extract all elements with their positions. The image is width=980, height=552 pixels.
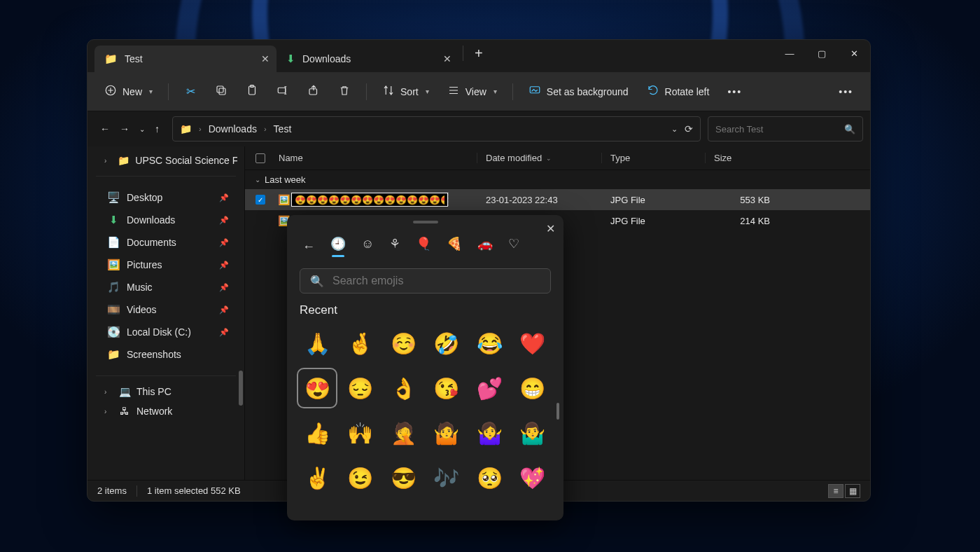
new-button[interactable]: New ▾: [97, 80, 160, 104]
group-header[interactable]: ⌄ Last week: [245, 170, 870, 189]
emoji-cell[interactable]: 🤞: [343, 326, 378, 361]
paste-button[interactable]: [239, 80, 265, 104]
category-travel[interactable]: 🚗: [477, 236, 493, 257]
view-button[interactable]: View ▾: [440, 80, 504, 104]
column-header-type[interactable]: Type: [602, 153, 706, 163]
emoji-cell[interactable]: 👍: [300, 415, 335, 450]
category-people[interactable]: ⚘: [389, 236, 400, 257]
emoji-cell[interactable]: 😉: [343, 460, 378, 495]
sidebar-quick-item[interactable]: ⬇Downloads📌: [93, 209, 239, 231]
thumbnails-view-toggle[interactable]: ▦: [845, 484, 860, 498]
emoji-search[interactable]: 🔍: [300, 268, 551, 294]
category-activities[interactable]: 🎈: [416, 236, 431, 257]
category-smileys[interactable]: ☺: [361, 237, 374, 257]
emoji-scrollbar[interactable]: [556, 403, 559, 420]
share-icon: [307, 84, 320, 99]
back-button[interactable]: ←: [100, 123, 110, 134]
search-box[interactable]: 🔍: [708, 116, 863, 142]
emoji-cell[interactable]: 👌: [386, 371, 421, 406]
emoji-cell[interactable]: 💖: [515, 460, 550, 495]
emoji-cell[interactable]: 😔: [343, 371, 378, 406]
rename-input[interactable]: [291, 193, 448, 207]
breadcrumb-segment[interactable]: Test: [274, 123, 292, 134]
rename-icon: [276, 84, 289, 99]
overflow-button[interactable]: •••: [832, 82, 860, 102]
emoji-cell[interactable]: 😁: [515, 371, 550, 406]
pin-icon: 📌: [219, 261, 229, 270]
emoji-cell[interactable]: 😍: [300, 371, 335, 406]
sidebar-quick-item[interactable]: 📁Screenshots: [93, 343, 239, 366]
emoji-search-input[interactable]: [332, 275, 540, 287]
rotate-left-button[interactable]: Rotate left: [640, 80, 717, 104]
details-view-toggle[interactable]: ≡: [828, 484, 844, 498]
emoji-cell[interactable]: 😎: [386, 460, 421, 495]
close-panel-button[interactable]: ✕: [546, 222, 555, 235]
column-header-size[interactable]: Size: [706, 153, 776, 163]
tree-item[interactable]: › 📁 UPSC Social Science Fu: [88, 151, 244, 170]
clipboard-icon: [246, 84, 258, 99]
refresh-icon[interactable]: ⟳: [685, 123, 693, 134]
emoji-cell[interactable]: 😂: [472, 326, 507, 361]
sidebar-quick-item[interactable]: 🎵Music📌: [93, 276, 239, 298]
emoji-cell[interactable]: 💕: [472, 371, 507, 406]
column-header-name[interactable]: Name: [276, 153, 477, 163]
category-food[interactable]: 🍕: [447, 236, 462, 257]
set-background-button[interactable]: Set as background: [522, 80, 636, 104]
emoji-cell[interactable]: 🤦: [386, 415, 421, 450]
chevron-down-icon[interactable]: ⌄: [671, 125, 678, 134]
emoji-cell[interactable]: 😘: [429, 371, 464, 406]
sort-button[interactable]: Sort ▾: [375, 80, 436, 104]
explorer-tab[interactable]: 📁Test✕: [94, 46, 276, 72]
sidebar-quick-item[interactable]: 🖼️Pictures📌: [93, 254, 239, 276]
emoji-cell[interactable]: ❤️: [515, 326, 550, 361]
more-actions-button[interactable]: •••: [720, 82, 749, 102]
close-tab-button[interactable]: ✕: [261, 53, 270, 64]
sidebar-quick-item[interactable]: 📄Documents📌: [93, 231, 239, 254]
emoji-cell[interactable]: 🤷‍♂️: [515, 415, 550, 450]
emoji-cell[interactable]: 🤷‍♀️: [472, 415, 507, 450]
search-input[interactable]: [715, 124, 834, 134]
emoji-cell[interactable]: ☺️: [386, 326, 421, 361]
rename-button[interactable]: [270, 80, 296, 104]
breadcrumb-segment[interactable]: Downloads: [209, 123, 257, 134]
location-icon: 🖧: [118, 406, 131, 417]
share-button[interactable]: [300, 80, 327, 104]
emoji-cell[interactable]: 🙌: [343, 415, 378, 450]
explorer-tab[interactable]: ⬇Downloads✕: [276, 46, 458, 72]
emoji-cell[interactable]: 🥺: [472, 460, 507, 495]
maximize-button[interactable]: ▢: [806, 40, 838, 67]
emoji-cell[interactable]: ✌️: [300, 460, 335, 495]
row-checkbox[interactable]: ✓: [255, 195, 265, 205]
pin-icon: 📌: [219, 216, 229, 225]
sidebar-quick-item[interactable]: 🎞️Videos📌: [93, 298, 239, 321]
folder-icon: ⬇: [286, 53, 295, 65]
sidebar-location-item[interactable]: ›🖧Network: [88, 401, 244, 421]
address-bar[interactable]: 📁 › Downloads › Test ⌄ ⟳: [172, 116, 701, 142]
sidebar-quick-item[interactable]: 💽Local Disk (C:)📌: [93, 321, 239, 343]
sidebar-item-label: Pictures: [127, 259, 162, 270]
close-tab-button[interactable]: ✕: [443, 53, 451, 64]
file-row[interactable]: ✓🖼️23-01-2023 22:43JPG File553 KB: [245, 189, 870, 210]
category-symbols[interactable]: ♡: [508, 236, 519, 257]
close-window-button[interactable]: ✕: [838, 40, 870, 67]
recent-locations-button[interactable]: ⌄: [139, 125, 145, 133]
sidebar-scrollbar[interactable]: [239, 371, 243, 406]
select-all-checkbox[interactable]: [255, 153, 265, 163]
emoji-cell[interactable]: 🤷: [429, 415, 464, 450]
emoji-cell[interactable]: 🎶: [429, 460, 464, 495]
up-button[interactable]: ↑: [155, 123, 160, 134]
cut-button[interactable]: ✂: [177, 81, 204, 102]
new-tab-button[interactable]: +: [468, 46, 490, 67]
location-icon: 🖥️: [107, 191, 120, 204]
sidebar-location-item[interactable]: ›💻This PC: [88, 382, 244, 401]
minimize-button[interactable]: ―: [774, 40, 806, 67]
delete-button[interactable]: [331, 80, 358, 104]
forward-button[interactable]: →: [120, 123, 130, 134]
category-recent[interactable]: 🕘: [330, 236, 346, 257]
sidebar-quick-item[interactable]: 🖥️Desktop📌: [93, 186, 239, 209]
back-button[interactable]: ←: [302, 240, 315, 254]
emoji-cell[interactable]: 🙏: [300, 326, 335, 361]
emoji-cell[interactable]: 🤣: [429, 326, 464, 361]
column-header-date[interactable]: Date modified⌄: [477, 153, 602, 163]
copy-button[interactable]: [208, 80, 234, 104]
